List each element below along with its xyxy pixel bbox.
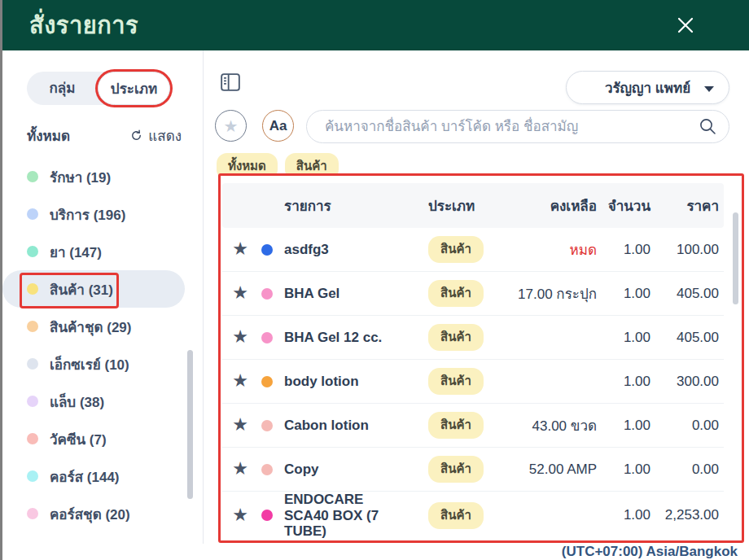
aa-icon: Aa <box>269 118 287 134</box>
table-scrollbar-thumb[interactable] <box>733 212 738 304</box>
item-stock: หมด <box>483 238 597 260</box>
item-color-dot <box>261 244 273 256</box>
table-row[interactable]: ★ ENDOCARE SCA40 BOX (7 TUBE) สินค้า 1.0… <box>222 492 724 540</box>
refresh-icon <box>129 129 143 142</box>
annotation-box-table: รายการ ประเภท คงเหลือ จำนวน ราคา ★ asdfg… <box>218 173 744 543</box>
table-row[interactable]: ★ BHA Gel 12 cc. สินค้า 1.00 405.00 <box>222 316 724 360</box>
item-stock: 43.00 ขวด <box>483 414 597 436</box>
item-qty: 1.00 <box>597 507 650 523</box>
category-color-dot <box>27 470 38 482</box>
star-icon: ★ <box>224 118 239 134</box>
column-header-type: ประเภท <box>392 195 483 217</box>
table-body: ★ asdfg3 สินค้า หมด 1.00 100.00 ★ B <box>222 228 724 540</box>
item-qty: 1.00 <box>597 242 650 258</box>
modal-body: กลุ่ม ประเภท ทั้งหมด แสดง รักษา (19) <box>2 50 749 560</box>
item-name: asdfg3 <box>284 242 392 258</box>
item-name: Cabon lotion <box>284 418 392 434</box>
item-type-chip: สินค้า <box>428 368 484 395</box>
all-label: ทั้งหมด <box>27 125 70 147</box>
chevron-down-icon <box>704 86 714 92</box>
item-color-dot <box>261 420 273 431</box>
sidebar-category-item[interactable]: วัคซีน (7) <box>2 420 185 457</box>
item-color-dot <box>261 464 273 475</box>
item-price: 0.00 <box>650 462 725 478</box>
favorite-star-icon[interactable]: ★ <box>232 505 248 525</box>
category-label: คอร์ส (144) <box>50 466 120 488</box>
category-label: เอ็กซเรย์ (10) <box>50 353 129 375</box>
items-table: รายการ ประเภท คงเหลือ จำนวน ราคา ★ asdfg… <box>222 183 724 540</box>
doctor-select[interactable]: วรัญญา แพทย์ <box>566 71 729 104</box>
column-header-price: ราคา <box>650 195 725 217</box>
category-color-dot <box>27 321 38 332</box>
table-row[interactable]: ★ Copy สินค้า 52.00 AMP 1.00 0.00 <box>222 448 724 492</box>
item-price: 100.00 <box>650 242 725 258</box>
table-row[interactable]: ★ asdfg3 สินค้า หมด 1.00 100.00 <box>222 228 724 272</box>
item-name: Copy <box>284 462 392 478</box>
category-label: สินค้า (31) <box>50 278 113 300</box>
search-icon[interactable] <box>699 117 716 135</box>
show-label: แสดง <box>148 125 182 147</box>
table-row[interactable]: ★ BHA Gel สินค้า 17.00 กระปุก 1.00 405.0… <box>222 272 724 316</box>
category-label: สินค้าชุด (29) <box>50 316 131 338</box>
item-color-dot <box>261 288 273 300</box>
sidebar: กลุ่ม ประเภท ทั้งหมด แสดง รักษา (19) <box>2 50 204 544</box>
layout-view-icon[interactable] <box>219 71 242 94</box>
sidebar-category-item[interactable]: คอร์สชุด (20) <box>2 495 185 532</box>
item-name: ENDOCARE SCA40 BOX (7 TUBE) <box>284 492 392 540</box>
favorite-star-icon[interactable]: ★ <box>232 282 248 303</box>
item-color-dot <box>261 376 273 387</box>
category-color-dot <box>27 396 38 407</box>
search-input[interactable] <box>306 110 729 143</box>
item-price: 405.00 <box>650 330 725 346</box>
favorite-star-icon[interactable]: ★ <box>232 370 248 391</box>
category-color-dot <box>27 433 38 444</box>
category-label: วัคซีน (7) <box>50 428 107 450</box>
category-color-dot <box>27 171 38 182</box>
item-qty: 1.00 <box>597 286 650 302</box>
item-price: 405.00 <box>650 286 725 302</box>
sidebar-category-item[interactable]: คอร์ส (144) <box>2 457 185 495</box>
toggle-tab[interactable]: ประเภท <box>98 72 170 105</box>
favorite-star-icon[interactable]: ★ <box>232 458 248 479</box>
item-name: body lotion <box>284 374 392 390</box>
timezone-link[interactable]: (UTC+07:00) Asia/Bangkok <box>562 544 738 560</box>
table-row[interactable]: ★ Cabon lotion สินค้า 43.00 ขวด 1.00 0.0… <box>222 404 724 448</box>
category-label: รักษา (19) <box>50 166 111 188</box>
item-type-chip: สินค้า <box>428 280 484 307</box>
sidebar-category-item[interactable]: แล็บ (38) <box>2 383 185 420</box>
show-button[interactable]: แสดง <box>129 125 182 147</box>
table-row[interactable]: ★ body lotion สินค้า 1.00 300.00 <box>222 360 724 404</box>
column-header-qty: จำนวน <box>597 195 650 217</box>
category-color-dot <box>27 508 38 519</box>
sidebar-category-item[interactable]: รักษา (19) <box>2 158 185 195</box>
page-edge-strip <box>0 0 2 560</box>
item-name: BHA Gel <box>284 286 392 302</box>
sidebar-category-item[interactable]: บริการ (196) <box>2 195 185 233</box>
favorite-star-icon[interactable]: ★ <box>232 414 248 435</box>
category-label: บริการ (196) <box>50 203 125 225</box>
text-size-button[interactable]: Aa <box>262 110 294 142</box>
sidebar-all-row: ทั้งหมด แสดง <box>27 125 182 147</box>
search-bar <box>306 110 729 143</box>
close-icon[interactable] <box>676 15 695 35</box>
category-color-dot <box>27 208 38 220</box>
item-price: 2,253.00 <box>650 507 725 523</box>
sidebar-category-item[interactable]: เอ็กซเรย์ (10) <box>2 345 185 383</box>
category-list: รักษา (19) บริการ (196) ยา (147) สินค้า … <box>2 158 203 544</box>
sidebar-category-item[interactable]: บัตรสมาชิก (43) <box>2 532 185 544</box>
category-color-dot <box>27 283 38 295</box>
sidebar-category-item[interactable]: สินค้า (31) <box>2 270 185 308</box>
sidebar-category-item[interactable]: สินค้าชุด (29) <box>2 308 185 345</box>
favorites-filter-button[interactable]: ★ <box>215 110 247 142</box>
item-type-chip: สินค้า <box>428 412 484 439</box>
category-color-dot <box>27 246 38 257</box>
category-label: ยา (147) <box>50 241 102 263</box>
item-stock: 17.00 กระปุก <box>483 282 597 304</box>
toggle-tab[interactable]: กลุ่ม <box>27 72 98 105</box>
item-qty: 1.00 <box>597 462 650 478</box>
sidebar-scrollbar-thumb[interactable] <box>187 350 193 499</box>
favorite-star-icon[interactable]: ★ <box>232 326 248 347</box>
sidebar-category-item[interactable]: ยา (147) <box>2 233 185 270</box>
favorite-star-icon[interactable]: ★ <box>232 238 248 259</box>
group-type-toggle: กลุ่ม ประเภท <box>27 72 170 105</box>
